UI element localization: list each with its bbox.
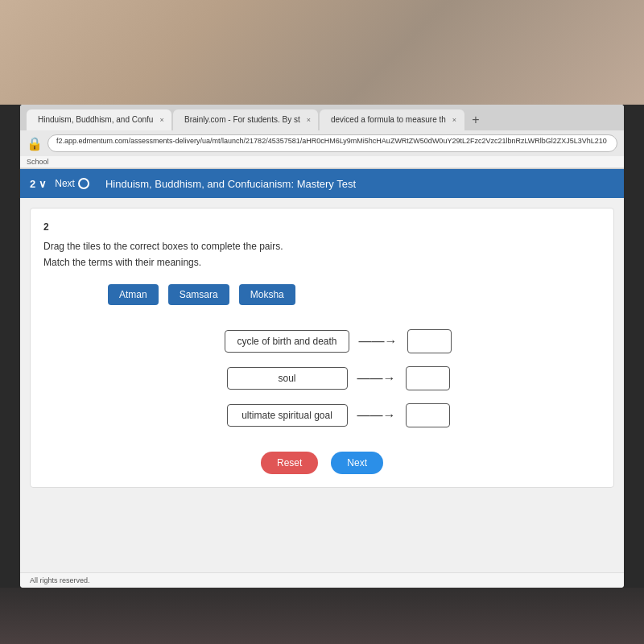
tile-samsara[interactable]: Samsara	[168, 284, 229, 305]
browser-chrome: Hinduism, Buddhism, and Confu × Brainly.…	[20, 105, 624, 169]
instruction-text-1: Drag the tiles to the correct boxes to c…	[43, 241, 601, 252]
browser-screen: Hinduism, Buddhism, and Confu × Brainly.…	[20, 105, 624, 588]
bottom-buttons: Reset Next	[43, 452, 601, 474]
pair-label-1: cycle of birth and death	[225, 330, 349, 353]
laptop-side-left	[0, 105, 20, 588]
pair-arrow-2: ——→	[357, 371, 396, 386]
chevron-down-icon: ∨	[39, 178, 47, 190]
tile-atman[interactable]: Atman	[108, 284, 159, 305]
address-input[interactable]: f2.app.edmentum.com/assessments-delivery…	[47, 134, 617, 152]
laptop-top-decoration	[0, 0, 644, 105]
school-bar: School	[20, 156, 624, 168]
pair-row-2: soul ——→	[227, 366, 450, 390]
pairs-area: cycle of birth and death ——→ soul ——→ ul…	[76, 329, 601, 427]
tab-close-3[interactable]: ×	[452, 116, 456, 124]
tab-close-1[interactable]: ×	[159, 116, 163, 124]
pair-label-3: ultimate spiritual goal	[227, 404, 348, 427]
question-number: 2	[43, 221, 601, 233]
main-content: 2 Drag the tiles to the correct boxes to…	[30, 208, 614, 488]
pair-label-2: soul	[227, 367, 348, 390]
tab-bar: Hinduism, Buddhism, and Confu × Brainly.…	[20, 105, 624, 130]
nav-q-num: 2	[30, 178, 35, 190]
pair-drop-box-3[interactable]	[406, 403, 450, 427]
nav-circle-icon	[78, 178, 89, 189]
address-bar: 🔒 f2.app.edmentum.com/assessments-delive…	[20, 130, 624, 156]
footer-bar: All rights reserved.	[20, 572, 624, 588]
question-number-nav: 2 ∨	[30, 178, 47, 190]
reset-button[interactable]: Reset	[261, 452, 318, 474]
nav-title: Hinduism, Buddhism, and Confucianism: Ma…	[105, 178, 356, 190]
tab-close-2[interactable]: ×	[307, 116, 311, 124]
tile-moksha[interactable]: Moksha	[239, 284, 295, 305]
pair-arrow-1: ——→	[359, 334, 398, 349]
instruction-text-2: Match the terms with their meanings.	[43, 257, 601, 268]
tiles-area: Atman Samsara Moksha	[108, 284, 601, 305]
new-tab-button[interactable]: +	[466, 110, 485, 130]
nav-next-label: Next	[55, 178, 75, 189]
nav-next-button[interactable]: Next	[55, 178, 89, 189]
footer-text: All rights reserved.	[30, 576, 90, 584]
edmentum-nav: 2 ∨ Next Hinduism, Buddhism, and Confuci…	[20, 169, 624, 198]
pair-arrow-3: ——→	[357, 408, 396, 423]
next-button[interactable]: Next	[331, 452, 383, 474]
tab-label-1: Hinduism, Buddhism, and Confu	[38, 115, 153, 124]
tab-hinduism[interactable]: Hinduism, Buddhism, and Confu ×	[27, 109, 171, 130]
pair-row-3: ultimate spiritual goal ——→	[227, 403, 450, 427]
school-label: School	[27, 158, 49, 166]
pair-row-1: cycle of birth and death ——→	[225, 329, 451, 353]
tab-label-2: Brainly.com - For students. By st	[184, 115, 300, 124]
lock-icon: 🔒	[27, 136, 43, 151]
tab-brainly[interactable]: Brainly.com - For students. By st ×	[173, 109, 318, 130]
pair-drop-box-1[interactable]	[407, 329, 452, 353]
pair-drop-box-2[interactable]	[406, 366, 450, 390]
laptop-side-right	[624, 105, 644, 588]
tab-label-3: deviced a formula to measure th	[331, 115, 446, 124]
tab-formula[interactable]: deviced a formula to measure th ×	[320, 109, 464, 130]
